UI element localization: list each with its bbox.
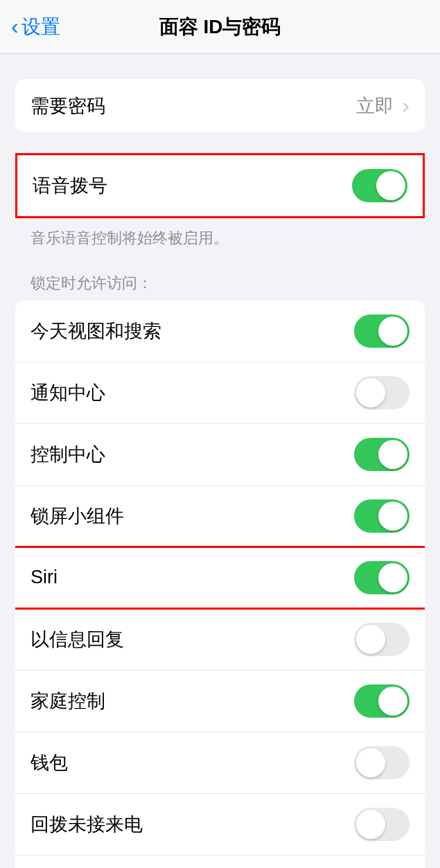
voice-dial-footer: 音乐语音控制将始终被启用。 bbox=[15, 218, 425, 249]
reply-message-toggle[interactable] bbox=[354, 623, 410, 656]
require-passcode-row[interactable]: 需要密码 立即 › bbox=[15, 79, 425, 132]
wallet-row: 钱包 bbox=[15, 732, 425, 793]
require-passcode-value: 立即 › bbox=[356, 93, 410, 118]
siri-toggle[interactable] bbox=[354, 561, 410, 594]
voice-dial-label: 语音拨号 bbox=[33, 173, 107, 198]
notification-center-row: 通知中心 bbox=[15, 362, 425, 423]
notification-center-label: 通知中心 bbox=[30, 380, 105, 405]
wallet-toggle[interactable] bbox=[354, 746, 410, 779]
home-control-toggle[interactable] bbox=[354, 684, 410, 718]
lock-screen-widgets-label: 锁屏小组件 bbox=[30, 504, 124, 529]
control-center-toggle[interactable] bbox=[354, 438, 410, 471]
require-passcode-label: 需要密码 bbox=[30, 94, 105, 118]
return-calls-label: 回拨未接来电 bbox=[30, 812, 143, 837]
highlight-voice-dial: 语音拨号 bbox=[15, 153, 425, 218]
today-view-row: 今天视图和搜索 bbox=[15, 301, 425, 362]
passcode-group: 需要密码 立即 › bbox=[15, 79, 425, 132]
voice-dial-group: 语音拨号 bbox=[17, 155, 423, 216]
reply-message-row: 以信息回复 bbox=[15, 608, 425, 670]
today-view-label: 今天视图和搜索 bbox=[30, 319, 161, 344]
chevron-left-icon: ‹ bbox=[11, 14, 19, 39]
page-title: 面容 ID与密码 bbox=[159, 14, 281, 40]
back-button[interactable]: ‹ 设置 bbox=[11, 14, 60, 40]
voice-dial-row: 语音拨号 bbox=[17, 155, 423, 216]
siri-row: Siri bbox=[15, 547, 425, 608]
lock-access-group: 今天视图和搜索 通知中心 控制中心 锁屏小组件 Siri 以信息回复 家庭控制 bbox=[15, 301, 425, 868]
usb-accessories-row: USB配件 bbox=[15, 855, 425, 868]
home-control-label: 家庭控制 bbox=[30, 689, 105, 714]
wallet-label: 钱包 bbox=[30, 750, 68, 775]
siri-label: Siri bbox=[30, 567, 58, 588]
notification-center-toggle[interactable] bbox=[354, 376, 410, 409]
return-calls-toggle[interactable] bbox=[354, 808, 410, 841]
control-center-label: 控制中心 bbox=[30, 442, 105, 467]
lock-section-header: 锁定时允许访问： bbox=[15, 249, 425, 301]
return-calls-row: 回拨未接来电 bbox=[15, 793, 425, 855]
reply-message-label: 以信息回复 bbox=[30, 627, 124, 652]
header: ‹ 设置 面容 ID与密码 bbox=[0, 0, 440, 54]
control-center-row: 控制中心 bbox=[15, 423, 425, 485]
lock-screen-widgets-toggle[interactable] bbox=[354, 499, 410, 533]
back-label: 设置 bbox=[21, 14, 60, 40]
chevron-right-icon: › bbox=[402, 93, 410, 118]
lock-screen-widgets-row: 锁屏小组件 bbox=[15, 485, 425, 547]
toggle-knob bbox=[376, 171, 405, 200]
today-view-toggle[interactable] bbox=[354, 315, 410, 348]
voice-dial-toggle[interactable] bbox=[352, 169, 407, 202]
home-control-row: 家庭控制 bbox=[15, 670, 425, 732]
